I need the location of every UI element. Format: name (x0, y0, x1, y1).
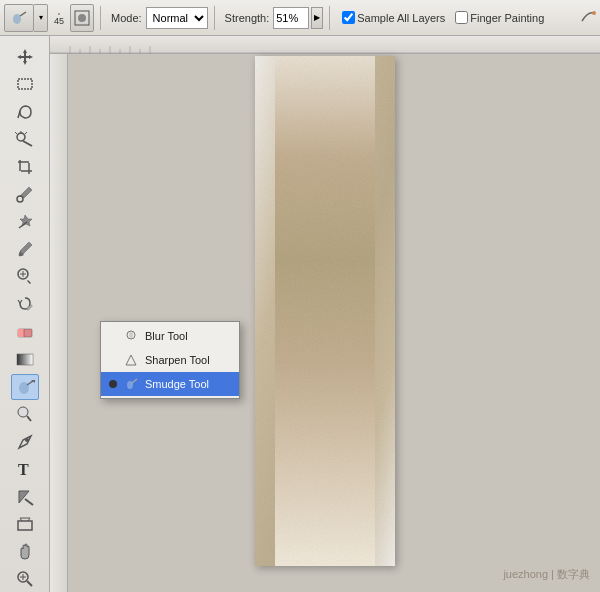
crop-tool[interactable] (11, 154, 39, 180)
svg-text:T: T (18, 461, 29, 478)
canvas-document (255, 56, 395, 566)
strength-label: Strength: (225, 12, 270, 24)
healing-tool[interactable] (11, 209, 39, 235)
popup-item-blur[interactable]: Blur Tool (101, 324, 239, 348)
blur-icon (123, 328, 139, 344)
svg-rect-33 (18, 329, 24, 337)
clone-stamp-tool[interactable] (11, 264, 39, 290)
svg-line-39 (27, 416, 31, 421)
finger-painting-checkbox[interactable] (455, 11, 468, 24)
svg-rect-15 (18, 79, 32, 89)
popup-item-sharpen[interactable]: Sharpen Tool (101, 348, 239, 372)
toolbar-separator-2 (214, 6, 215, 30)
blur-tool-label: Blur Tool (145, 330, 188, 342)
smudge-selected-dot (109, 380, 117, 388)
popup-item-smudge[interactable]: Smudge Tool (101, 372, 239, 396)
move-tool[interactable] (11, 44, 39, 70)
svg-rect-35 (17, 354, 33, 365)
toolbar-separator-1 (100, 6, 101, 30)
canvas-content (255, 56, 395, 566)
sharpen-icon (123, 352, 139, 368)
path-selection-tool[interactable] (11, 484, 39, 510)
active-tool-icon[interactable] (4, 4, 34, 32)
pen-tool[interactable] (11, 429, 39, 455)
sample-all-layers-label: Sample All Layers (357, 12, 445, 24)
svg-line-17 (23, 141, 32, 146)
strength-area: ▶ (273, 7, 323, 29)
dodge-tool[interactable] (11, 402, 39, 428)
tool-selector[interactable]: ▾ (4, 4, 48, 32)
tool-dropdown-arrow[interactable]: ▾ (34, 4, 48, 32)
main-toolbar: ▾ • 45 Mode: Normal Strength: ▶ Sample A… (0, 0, 600, 36)
eyedropper-tool[interactable] (11, 182, 39, 208)
svg-point-53 (129, 332, 133, 338)
finger-painting-label: Finger Painting (470, 12, 544, 24)
sample-all-layers-checkbox[interactable] (342, 11, 355, 24)
mode-label: Mode: (111, 12, 142, 24)
strength-input[interactable] (273, 7, 309, 29)
zoom-tool[interactable] (11, 567, 39, 592)
watermark-text: juezhong | 数字典 (503, 567, 590, 582)
svg-rect-51 (255, 56, 395, 566)
marquee-tool[interactable] (11, 72, 39, 98)
smudge-icon (123, 376, 139, 392)
mode-select[interactable]: Normal (146, 7, 208, 29)
brush-preset-icon[interactable] (70, 4, 94, 32)
magic-wand-tool[interactable] (11, 127, 39, 153)
sample-all-layers-area: Sample All Layers (342, 11, 445, 24)
svg-line-56 (132, 379, 137, 383)
brush-size-display: • 45 (54, 10, 64, 26)
svg-point-40 (25, 438, 29, 442)
svg-line-48 (27, 581, 32, 586)
lasso-tool[interactable] (11, 99, 39, 125)
brush-tool[interactable] (11, 237, 39, 263)
options-icon[interactable] (580, 9, 596, 27)
type-tool[interactable]: T (11, 457, 39, 483)
gradient-tool[interactable] (11, 347, 39, 373)
svg-line-37 (27, 381, 33, 385)
svg-point-38 (18, 407, 28, 417)
tool-popup-menu: Blur Tool Sharpen Tool (100, 321, 240, 399)
svg-line-20 (25, 132, 27, 134)
eraser-tool[interactable] (11, 319, 39, 345)
svg-rect-43 (18, 521, 32, 530)
svg-line-16 (18, 111, 20, 118)
svg-line-1 (20, 12, 26, 16)
hand-tool[interactable] (11, 539, 39, 565)
svg-marker-54 (126, 355, 136, 365)
blur-smudge-tool[interactable] (11, 374, 39, 400)
shape-tool[interactable] (11, 512, 39, 538)
svg-point-4 (592, 11, 596, 15)
tools-panel: T (0, 36, 50, 592)
svg-point-18 (17, 133, 25, 141)
finger-painting-area: Finger Painting (455, 11, 544, 24)
sharpen-tool-label: Sharpen Tool (145, 354, 210, 366)
toolbar-separator-3 (329, 6, 330, 30)
canvas-background: Blur Tool Sharpen Tool (50, 36, 600, 592)
svg-line-21 (15, 132, 17, 134)
smudge-tool-label: Smudge Tool (145, 378, 209, 390)
strength-increment-btn[interactable]: ▶ (311, 7, 323, 29)
canvas-area: T (0, 36, 600, 592)
svg-point-3 (78, 14, 86, 22)
history-brush-tool[interactable] (11, 292, 39, 318)
svg-line-42 (25, 499, 33, 505)
